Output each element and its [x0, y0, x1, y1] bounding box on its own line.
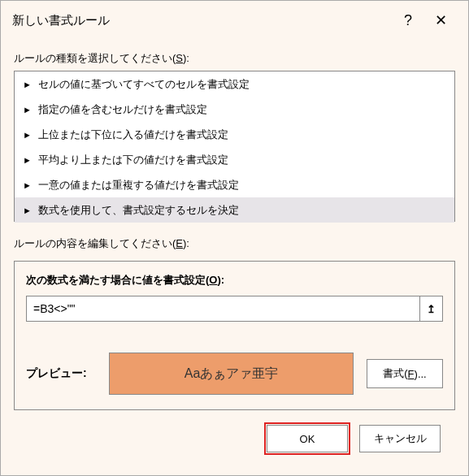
arrow-icon: ►: [23, 206, 32, 215]
titlebar: 新しい書式ルール ? ✕: [1, 1, 468, 40]
rule-type-item[interactable]: ►平均より上または下の値だけを書式設定: [15, 147, 454, 172]
formula-input[interactable]: [26, 296, 420, 322]
close-button[interactable]: ✕: [424, 4, 457, 37]
preview-label: プレビュー:: [26, 366, 96, 381]
arrow-icon: ►: [23, 105, 32, 115]
arrow-icon: ►: [23, 155, 32, 165]
rule-type-item[interactable]: ►上位または下位に入る値だけを書式設定: [15, 122, 454, 147]
rule-type-list[interactable]: ►セルの値に基づいてすべてのセルを書式設定 ►指定の値を含むセルだけを書式設定 …: [14, 71, 455, 222]
new-format-rule-dialog: 新しい書式ルール ? ✕ ルールの種類を選択してください(S): ►セルの値に基…: [0, 0, 469, 476]
dialog-title: 新しい書式ルール: [12, 13, 392, 28]
edit-box: 次の数式を満たす場合に値を書式設定(O): ↥ プレビュー: Aaあぁアァ亜宇 …: [14, 261, 455, 410]
edit-label: ルールの内容を編集してください(E):: [14, 236, 455, 251]
help-button[interactable]: ?: [392, 4, 424, 37]
arrow-icon: ►: [23, 180, 32, 190]
preview-box: Aaあぁアァ亜宇: [109, 353, 354, 395]
preview-row: プレビュー: Aaあぁアァ亜宇 書式(F)...: [26, 353, 443, 395]
dialog-content: ルールの種類を選択してください(S): ►セルの値に基づいてすべてのセルを書式設…: [1, 40, 468, 475]
collapse-icon: ↥: [427, 303, 436, 315]
ok-button[interactable]: OK: [267, 425, 348, 452]
button-row: OK キャンセル: [14, 415, 455, 452]
arrow-icon: ►: [23, 130, 32, 140]
rule-type-label: ルールの種類を選択してください(S):: [14, 51, 455, 66]
rule-type-item[interactable]: ►数式を使用して、書式設定するセルを決定: [15, 197, 454, 223]
cancel-button[interactable]: キャンセル: [359, 425, 441, 452]
rule-type-item[interactable]: ►セルの値に基づいてすべてのセルを書式設定: [15, 71, 454, 97]
rule-type-item[interactable]: ►指定の値を含むセルだけを書式設定: [15, 97, 454, 122]
formula-label: 次の数式を満たす場合に値を書式設定(O):: [26, 273, 443, 288]
collapse-dialog-button[interactable]: ↥: [420, 296, 443, 322]
arrow-icon: ►: [23, 80, 32, 89]
format-button[interactable]: 書式(F)...: [367, 359, 443, 388]
formula-row: ↥: [26, 296, 443, 322]
rule-type-item[interactable]: ►一意の値または重複する値だけを書式設定: [15, 172, 454, 197]
